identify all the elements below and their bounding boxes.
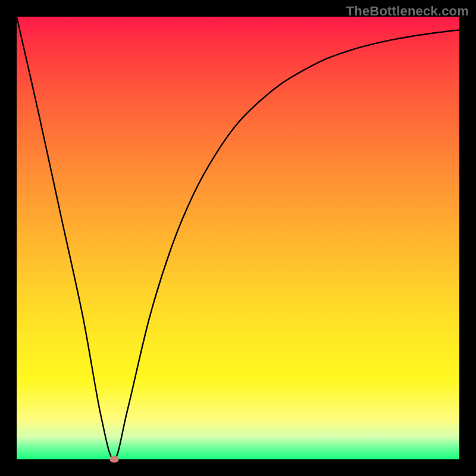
curve-svg [17, 17, 459, 459]
plot-area [17, 17, 459, 459]
optimal-marker [109, 456, 118, 463]
bottleneck-curve-path [17, 17, 459, 459]
chart-frame: TheBottleneck.com [0, 0, 476, 476]
watermark-text: TheBottleneck.com [346, 4, 469, 19]
